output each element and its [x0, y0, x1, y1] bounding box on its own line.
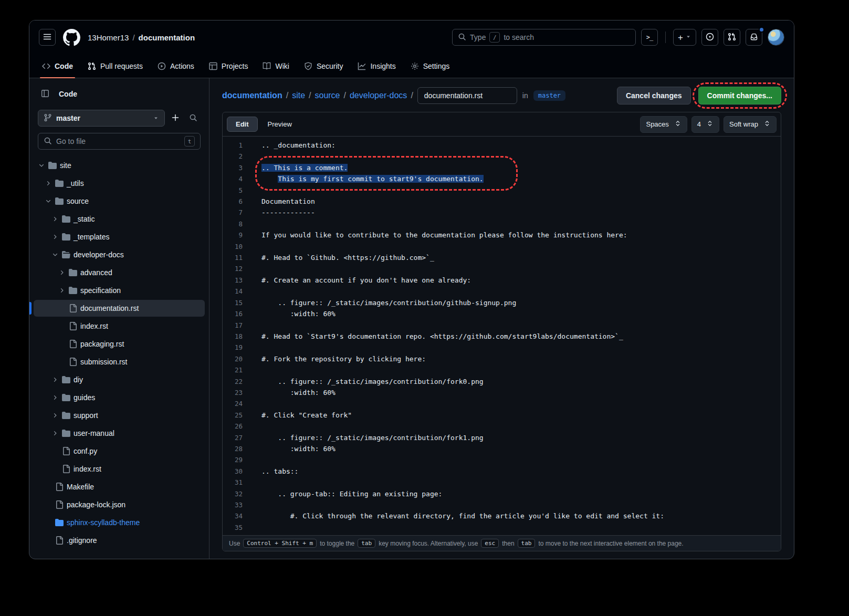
- code-line-30[interactable]: 30.. tabs::: [223, 466, 781, 477]
- tree-item-user-manual[interactable]: user-manual: [34, 425, 205, 442]
- tree-item-submission.rst[interactable]: submission.rst: [34, 353, 205, 370]
- code-line-28[interactable]: 28 :width: 60%: [223, 443, 781, 454]
- tree-item-_utils[interactable]: _utils: [34, 175, 205, 192]
- code-line-11[interactable]: 11#. Head to `Github. <https://github.co…: [223, 252, 781, 263]
- code-line-19[interactable]: 19: [223, 342, 781, 353]
- code-editor[interactable]: 1.. _documentation:23.. This is a commen…: [223, 137, 781, 535]
- chevron-down-icon[interactable]: [45, 198, 52, 204]
- code-line-3[interactable]: 3.. This is a comment.: [223, 162, 781, 173]
- code-line-10[interactable]: 10: [223, 241, 781, 252]
- code-line-20[interactable]: 20#. Fork the repository by clicking her…: [223, 353, 781, 364]
- code-line-35[interactable]: 35: [223, 522, 781, 533]
- chevron-right-icon[interactable]: [51, 394, 59, 401]
- tree-item-makefile[interactable]: Makefile: [34, 478, 205, 495]
- code-line-22[interactable]: 22 .. figure:: /_static/images/contribut…: [223, 376, 781, 387]
- tab-preview[interactable]: Preview: [259, 117, 301, 132]
- chevron-right-icon[interactable]: [51, 430, 59, 436]
- code-line-5[interactable]: 5: [223, 185, 781, 196]
- filename-input[interactable]: documentation.rst: [417, 87, 517, 104]
- chevron-right-icon[interactable]: [51, 216, 59, 222]
- path-segment-documentation[interactable]: documentation: [222, 91, 282, 100]
- github-logo-icon[interactable]: [63, 29, 80, 46]
- tree-item-conf.py[interactable]: conf.py: [34, 443, 205, 460]
- code-line-23[interactable]: 23 :width: 60%: [223, 387, 781, 398]
- chevron-right-icon[interactable]: [58, 269, 66, 276]
- tab-pull-requests[interactable]: Pull requests: [80, 54, 150, 78]
- path-segment-site[interactable]: site: [292, 91, 305, 100]
- code-line-33[interactable]: 33: [223, 499, 781, 510]
- code-line-12[interactable]: 12: [223, 263, 781, 274]
- chevron-right-icon[interactable]: [58, 287, 66, 294]
- tab-security[interactable]: Security: [297, 54, 351, 78]
- tab-code[interactable]: Code: [35, 54, 80, 78]
- path-segment-source[interactable]: source: [315, 91, 340, 100]
- code-line-27[interactable]: 27 .. figure:: /_static/images/contribut…: [223, 432, 781, 443]
- code-line-14[interactable]: 14: [223, 286, 781, 297]
- tree-item-packaging.rst[interactable]: packaging.rst: [34, 336, 205, 352]
- breadcrumb-owner[interactable]: 13Homer13: [88, 33, 129, 42]
- code-line-2[interactable]: 2: [223, 151, 781, 162]
- code-line-31[interactable]: 31: [223, 477, 781, 488]
- code-line-29[interactable]: 29: [223, 454, 781, 465]
- tree-item-support[interactable]: support: [34, 407, 205, 424]
- code-line-25[interactable]: 25#. Click "Create fork": [223, 410, 781, 421]
- chevron-right-icon[interactable]: [51, 412, 59, 419]
- tree-item-diy[interactable]: diy: [34, 371, 205, 388]
- tab-edit[interactable]: Edit: [227, 117, 258, 132]
- tab-projects[interactable]: Projects: [202, 54, 256, 78]
- code-line-4[interactable]: 4 This is my first commit to start9's do…: [223, 173, 781, 184]
- code-line-21[interactable]: 21: [223, 364, 781, 375]
- collapse-sidebar-button[interactable]: [38, 87, 53, 101]
- indent-size-select[interactable]: 4: [691, 116, 719, 133]
- avatar[interactable]: [768, 29, 784, 46]
- tree-item-specification[interactable]: specification: [34, 282, 205, 299]
- command-palette-button[interactable]: >_: [641, 29, 658, 46]
- tree-item-package-lock.json[interactable]: package-lock.json: [34, 496, 205, 513]
- chevron-right-icon[interactable]: [51, 377, 59, 383]
- code-line-36[interactable]: 36 .. figure:: /_static/images/contribut…: [223, 533, 781, 535]
- tree-item-source[interactable]: source: [34, 193, 205, 210]
- code-line-16[interactable]: 16 :width: 60%: [223, 308, 781, 319]
- tree-item-_static[interactable]: _static: [34, 211, 205, 227]
- code-line-1[interactable]: 1.. _documentation:: [223, 140, 781, 151]
- search-tree-button[interactable]: [186, 111, 201, 126]
- code-line-26[interactable]: 26: [223, 421, 781, 432]
- code-line-9[interactable]: 9If you would like to contribute to the …: [223, 229, 781, 241]
- search-input[interactable]: Type / to search: [452, 29, 636, 46]
- cancel-changes-button[interactable]: Cancel changes: [617, 87, 691, 105]
- tree-item-index.rst[interactable]: index.rst: [34, 318, 205, 335]
- tab-wiki[interactable]: Wiki: [255, 54, 296, 78]
- tree-item-sphinx-scylladb-theme[interactable]: sphinx-scylladb-theme: [34, 514, 205, 531]
- commit-changes-button[interactable]: Commit changes...: [698, 87, 781, 105]
- path-segment-developer-docs[interactable]: developer-docs: [350, 91, 407, 100]
- tab-settings[interactable]: Settings: [403, 54, 457, 78]
- code-line-13[interactable]: 13#. Create an account if you don't have…: [223, 275, 781, 286]
- tab-insights[interactable]: Insights: [350, 54, 403, 78]
- create-new-button[interactable]: +: [673, 29, 696, 46]
- tree-item-developer-docs[interactable]: developer-docs: [34, 246, 205, 263]
- branch-selector[interactable]: master: [38, 110, 165, 127]
- issues-button[interactable]: [701, 29, 718, 46]
- tree-item-index.rst[interactable]: index.rst: [34, 461, 205, 477]
- tree-item-advanced[interactable]: advanced: [34, 264, 205, 281]
- hamburger-menu-button[interactable]: [39, 29, 56, 46]
- code-line-18[interactable]: 18#. Head to `Start9's documentation rep…: [223, 331, 781, 342]
- indent-mode-select[interactable]: Spaces: [640, 116, 687, 133]
- code-line-32[interactable]: 32 .. group-tab:: Editing an existing pa…: [223, 488, 781, 499]
- wrap-mode-select[interactable]: Soft wrap: [724, 116, 777, 133]
- tab-actions[interactable]: Actions: [150, 54, 202, 78]
- tree-item-documentation.rst[interactable]: documentation.rst: [34, 300, 205, 317]
- code-line-24[interactable]: 24: [223, 398, 781, 409]
- tree-item-guides[interactable]: guides: [34, 389, 205, 406]
- chevron-down-icon[interactable]: [51, 252, 59, 258]
- go-to-file-input[interactable]: Go to file t: [38, 133, 201, 150]
- code-line-17[interactable]: 17: [223, 320, 781, 331]
- chevron-down-icon[interactable]: [38, 162, 45, 169]
- pull-requests-button[interactable]: [724, 29, 740, 46]
- code-line-6[interactable]: 6Documentation: [223, 196, 781, 207]
- code-line-15[interactable]: 15 .. figure:: /_static/images/contribut…: [223, 297, 781, 308]
- tree-item-site[interactable]: site: [34, 157, 205, 174]
- new-file-button[interactable]: [168, 111, 183, 126]
- chevron-right-icon[interactable]: [45, 180, 52, 186]
- tree-item-.gitignore[interactable]: .gitignore: [34, 532, 205, 549]
